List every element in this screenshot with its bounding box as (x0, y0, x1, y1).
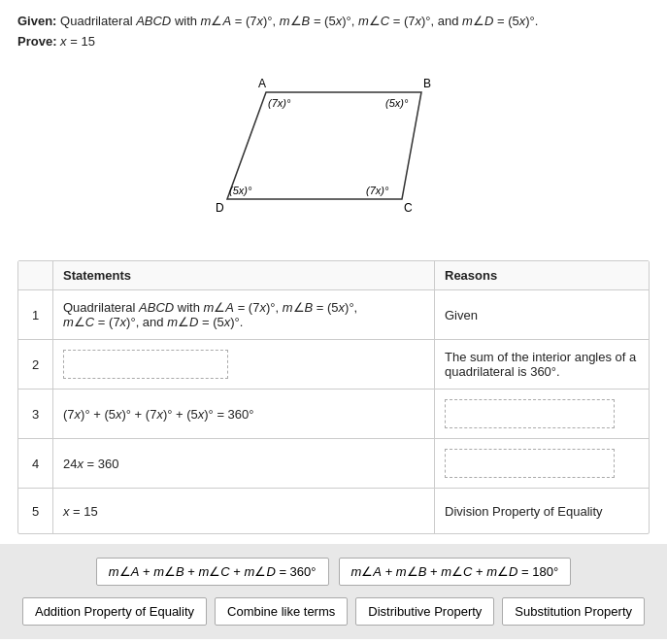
prove-label: Prove: (17, 34, 56, 49)
row-3-reason (435, 390, 649, 438)
row-3-statement: (7x)° + (5x)° + (7x)° + (5x)° = 360° (53, 390, 435, 438)
bottom-section: m∠A + m∠B + m∠C + m∠D = 360° m∠A + m∠B +… (0, 544, 667, 639)
row-1-reason-text: Given (445, 308, 478, 322)
row-5-num: 5 (18, 489, 53, 533)
formula-option-180[interactable]: m∠A + m∠B + m∠C + m∠D = 180° (339, 558, 572, 586)
row-4-num: 4 (18, 439, 53, 488)
answer-combine-like-terms[interactable]: Combine like terms (215, 597, 348, 626)
table-row: 2 The sum of the interior angles of a qu… (18, 340, 649, 390)
vertex-B-label: B (423, 77, 431, 90)
proof-table: Statements Reasons 1 Quadrilateral ABCD … (17, 260, 650, 534)
row-4-statement: 24x = 360 (53, 439, 435, 488)
col-reasons-header: Reasons (435, 261, 649, 289)
angle-A-label: (7x)° (268, 97, 291, 109)
row-2-statement-input[interactable] (63, 350, 228, 379)
table-row: 3 (7x)° + (5x)° + (7x)° + (5x)° = 360° (18, 390, 649, 439)
formula-option-360[interactable]: m∠A + m∠B + m∠C + m∠D = 360° (96, 558, 329, 586)
prove-content: x = 15 (60, 34, 95, 49)
table-header: Statements Reasons (18, 261, 649, 290)
top-section: Given: Quadrilateral ABCD with m∠A = (7x… (0, 0, 667, 260)
row-1-statement-text: Quadrilateral ABCD with m∠A = (7x)°, m∠B… (63, 300, 357, 329)
answer-options-row: Addition Property of Equality Combine li… (12, 597, 655, 626)
vertex-D-label: D (216, 201, 224, 215)
given-text: Given: Quadrilateral ABCD with m∠A = (7x… (17, 14, 650, 28)
row-5-statement-text: x = 15 (63, 504, 98, 519)
answer-distributive-property[interactable]: Distributive Property (355, 597, 494, 626)
row-4-statement-text: 24x = 360 (63, 457, 118, 471)
row-3-statement-text: (7x)° + (5x)° + (7x)° + (5x)° = 360° (63, 407, 254, 422)
row-1-num: 1 (18, 290, 53, 339)
vertex-A-label: A (258, 77, 266, 90)
answer-addition-property[interactable]: Addition Property of Equality (22, 597, 207, 626)
answer-substitution-property[interactable]: Substitution Property (502, 597, 645, 626)
prove-text: Prove: x = 15 (17, 34, 650, 49)
row-2-num: 2 (18, 340, 53, 389)
formula-options-row: m∠A + m∠B + m∠C + m∠D = 360° m∠A + m∠B +… (12, 558, 655, 586)
answer-substitution-text: Substitution Property (515, 604, 632, 619)
answer-distributive-text: Distributive Property (368, 604, 482, 619)
given-content: Quadrilateral ABCD with m∠A = (7x)°, m∠B… (60, 14, 538, 28)
row-4-reason (435, 439, 649, 488)
table-row: 4 24x = 360 (18, 439, 649, 489)
vertex-C-label: C (404, 201, 413, 215)
angle-C-label: (7x)° (366, 185, 389, 196)
answer-addition-text: Addition Property of Equality (35, 604, 194, 619)
formula-360-text: m∠A + m∠B + m∠C + m∠D = 360° (109, 564, 317, 579)
row-5-reason-text: Division Property of Equality (445, 504, 603, 519)
row-1-reason: Given (435, 290, 649, 339)
formula-180-text: m∠A + m∠B + m∠C + m∠D = 180° (351, 564, 559, 579)
row-4-reason-input[interactable] (445, 449, 615, 478)
row-5-statement: x = 15 (53, 489, 435, 533)
col-statements-header: Statements (53, 261, 435, 289)
row-1-statement: Quadrilateral ABCD with m∠A = (7x)°, m∠B… (53, 290, 435, 339)
table-row: 1 Quadrilateral ABCD with m∠A = (7x)°, m… (18, 290, 649, 340)
given-label: Given: (17, 14, 56, 28)
row-2-reason-text: The sum of the interior angles of a quad… (445, 350, 639, 379)
col-num (18, 261, 53, 289)
row-2-reason: The sum of the interior angles of a quad… (435, 340, 649, 389)
row-3-num: 3 (18, 390, 53, 438)
diagram-area: A B C D (7x)° (5x)° (7x)° (5x)° (17, 58, 650, 253)
angle-D-label: (5x)° (229, 185, 252, 196)
table-row: 5 x = 15 Division Property of Equality (18, 489, 649, 533)
quadrilateral-diagram: A B C D (7x)° (5x)° (7x)° (5x)° (208, 68, 460, 233)
angle-B-label: (5x)° (385, 97, 409, 109)
row-2-statement (53, 340, 435, 389)
row-3-reason-input[interactable] (445, 399, 615, 428)
row-5-reason: Division Property of Equality (435, 489, 649, 533)
answer-combine-text: Combine like terms (227, 604, 335, 619)
